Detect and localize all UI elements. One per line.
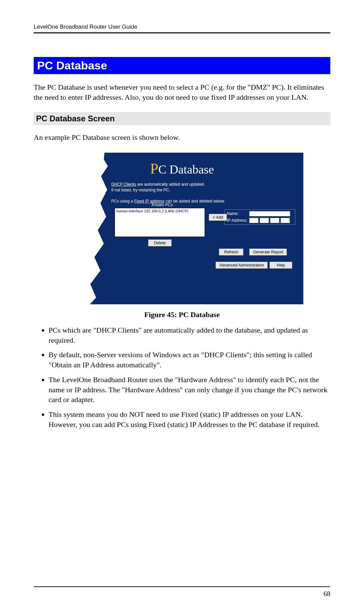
- add-button[interactable]: < Add: [209, 214, 227, 221]
- list-item: This system means you do NOT need to use…: [49, 409, 330, 429]
- generate-report-button[interactable]: Generate Report: [249, 249, 287, 255]
- refresh-button[interactable]: Refresh: [219, 249, 243, 255]
- header-rule: [34, 32, 330, 33]
- add-pc-fields: Name: IP Address:: [224, 209, 295, 225]
- help-button[interactable]: Help: [270, 262, 292, 269]
- list-item[interactable]: human-interface 192.168.0.2 (LAN) (DHCP): [116, 209, 203, 213]
- page-number: 68: [324, 590, 330, 598]
- screenshot-title: PC Database: [61, 160, 303, 177]
- section-intro: The PC Database is used whenever you nee…: [34, 82, 330, 102]
- figure-container: PC Database DHCP Clients are automatical…: [34, 153, 330, 306]
- subsection-intro: An example PC Database screen is shown b…: [34, 132, 330, 143]
- section-heading: PC Database: [34, 57, 330, 74]
- list-item: PCs which are "DHCP Clients" are automat…: [49, 325, 330, 345]
- footer-rule: [34, 586, 330, 587]
- list-item: The LevelOne Broadband Router uses the "…: [49, 375, 330, 405]
- screenshot-pc-database: PC Database DHCP Clients are automatical…: [61, 153, 303, 304]
- advanced-admin-button[interactable]: Advanced Administration: [216, 262, 268, 269]
- figure-caption: Figure 45: PC Database: [34, 310, 330, 319]
- subsection-heading: PC Database Screen: [34, 112, 330, 125]
- name-label: Name:: [227, 211, 249, 216]
- dhcp-clients-link[interactable]: DHCP Clients: [111, 182, 136, 187]
- list-item: By default, non-Server versions of Windo…: [49, 350, 330, 370]
- ip-octet-1[interactable]: [249, 218, 259, 223]
- known-pcs-listbox[interactable]: human-interface 192.168.0.2 (LAN) (DHCP): [115, 208, 205, 237]
- ip-octet-4[interactable]: [280, 218, 290, 223]
- screenshot-info-text: DHCP Clients are automatically added and…: [111, 182, 225, 204]
- bullet-list: PCs which are "DHCP Clients" are automat…: [38, 325, 330, 429]
- known-pcs-label: Known PCs: [152, 203, 173, 207]
- ip-input-group: [249, 218, 290, 223]
- delete-button[interactable]: Delete: [148, 240, 172, 246]
- ip-octet-2[interactable]: [260, 218, 269, 223]
- ip-octet-3[interactable]: [270, 218, 279, 223]
- name-input[interactable]: [249, 211, 290, 216]
- document-header: LevelOne Broadband Router User Guide: [34, 24, 330, 32]
- ip-label: IP Address:: [227, 218, 249, 223]
- screenshot-title-rest: C Database: [158, 163, 214, 176]
- document-page: LevelOne Broadband Router User Guide PC …: [0, 0, 364, 614]
- screenshot-title-lead: P: [150, 160, 158, 177]
